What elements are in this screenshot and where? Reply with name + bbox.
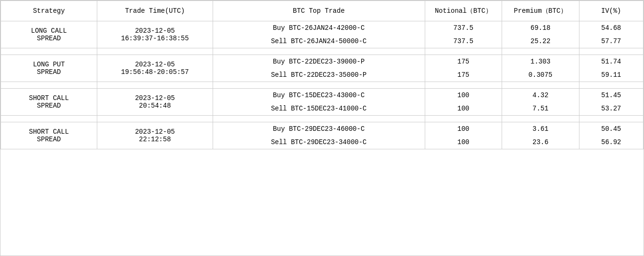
table-header-row: Strategy Trade Time(UTC) BTC Top Trade N… [1, 1, 644, 21]
time-cell: 2023-12-0522:12:58 [97, 122, 213, 149]
premium-cell: 23.6 [502, 136, 579, 149]
iv-cell: 56.92 [579, 136, 643, 149]
spacer-row [1, 48, 644, 55]
premium-cell: 0.3075 [502, 68, 579, 82]
time-cell: 2023-12-0519:56:48-20:05:57 [97, 55, 213, 82]
iv-cell: 57.77 [579, 35, 643, 48]
main-table-container: Strategy Trade Time(UTC) BTC Top Trade N… [0, 0, 644, 256]
trade-cell: Buy BTC-15DEC23-43000-C [213, 89, 425, 102]
header-notional: Notional（BTC） [425, 1, 502, 21]
premium-cell: 7.51 [502, 102, 579, 116]
iv-cell: 53.27 [579, 102, 643, 116]
strategy-cell: LONG CALLSPREAD [1, 21, 97, 48]
notional-cell: 100 [425, 136, 502, 149]
premium-cell: 1.303 [502, 55, 579, 69]
header-trade-time: Trade Time(UTC) [97, 1, 213, 21]
trade-cell: Sell BTC-29DEC23-34000-C [213, 136, 425, 149]
notional-cell: 100 [425, 89, 502, 102]
notional-cell: 175 [425, 68, 502, 82]
table-row: LONG CALLSPREAD2023-12-0516:39:37-16:38:… [1, 21, 644, 35]
premium-cell: 25.22 [502, 35, 579, 48]
trade-cell: Buy BTC-22DEC23-39000-P [213, 55, 425, 69]
iv-cell: 54.68 [579, 21, 643, 35]
iv-cell: 51.74 [579, 55, 643, 69]
trade-cell: Sell BTC-22DEC23-35000-P [213, 68, 425, 82]
spacer-row [1, 116, 644, 122]
header-strategy: Strategy [1, 1, 97, 21]
table-row: LONG PUTSPREAD2023-12-0519:56:48-20:05:5… [1, 55, 644, 69]
notional-cell: 100 [425, 122, 502, 136]
trades-table: Strategy Trade Time(UTC) BTC Top Trade N… [0, 0, 644, 149]
header-iv: IV(%) [579, 1, 643, 21]
spacer-row [1, 82, 644, 89]
notional-cell: 100 [425, 102, 502, 116]
iv-cell: 51.45 [579, 89, 643, 102]
premium-cell: 4.32 [502, 89, 579, 102]
header-premium: Premium（BTC） [502, 1, 579, 21]
time-cell: 2023-12-0516:39:37-16:38:55 [97, 21, 213, 48]
header-btc-top-trade: BTC Top Trade [213, 1, 425, 21]
notional-cell: 737.5 [425, 35, 502, 48]
iv-cell: 59.11 [579, 68, 643, 82]
trade-cell: Sell BTC-15DEC23-41000-C [213, 102, 425, 116]
time-cell: 2023-12-0520:54:48 [97, 89, 213, 116]
premium-cell: 3.61 [502, 122, 579, 136]
strategy-cell: LONG PUTSPREAD [1, 55, 97, 82]
trade-cell: Buy BTC-26JAN24-42000-C [213, 21, 425, 35]
premium-cell: 69.18 [502, 21, 579, 35]
notional-cell: 175 [425, 55, 502, 69]
table-row: SHORT CALLSPREAD2023-12-0522:12:58Buy BT… [1, 122, 644, 136]
iv-cell: 50.45 [579, 122, 643, 136]
trade-cell: Buy BTC-29DEC23-46000-C [213, 122, 425, 136]
table-row: SHORT CALLSPREAD2023-12-0520:54:48Buy BT… [1, 89, 644, 102]
notional-cell: 737.5 [425, 21, 502, 35]
strategy-cell: SHORT CALLSPREAD [1, 89, 97, 116]
strategy-cell: SHORT CALLSPREAD [1, 122, 97, 149]
trade-cell: Sell BTC-26JAN24-50000-C [213, 35, 425, 48]
